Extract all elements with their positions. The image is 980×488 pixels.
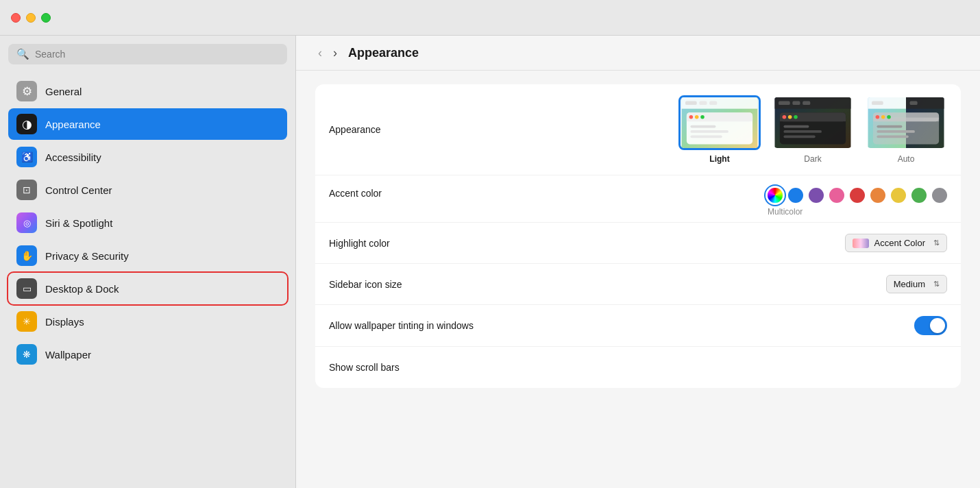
content-header: ‹ › Appearance — [296, 36, 980, 71]
show-scroll-bars-label: Show scroll bars — [329, 362, 535, 373]
accent-selected-label: Multicolor — [768, 207, 803, 217]
sidebar-item-label: Wallpaper — [45, 349, 91, 361]
sidebar-item-displays[interactable]: ✳ Displays — [8, 306, 287, 337]
privacy-icon: ✋ — [16, 245, 37, 266]
back-button[interactable]: ‹ — [315, 45, 325, 60]
svg-point-23 — [788, 115, 792, 119]
accessibility-icon: ♿ — [16, 147, 37, 167]
sidebar-icon-size-control: Medium ⇅ — [535, 275, 947, 293]
accent-colors: Multicolor — [768, 188, 947, 217]
sidebar-item-label: Control Center — [45, 184, 112, 196]
svg-rect-3 — [699, 101, 707, 106]
sidebar-item-accessibility[interactable]: ♿ Accessibility — [8, 141, 287, 173]
appearance-icon: ◑ — [16, 114, 37, 134]
color-yellow[interactable] — [891, 188, 906, 203]
control-center-icon: ⊡ — [16, 180, 37, 200]
appearance-option-light[interactable]: Light — [678, 95, 761, 164]
sidebar-item-privacy[interactable]: ✋ Privacy & Security — [8, 240, 287, 271]
svg-rect-40 — [877, 125, 902, 128]
color-blue[interactable] — [788, 188, 803, 203]
svg-rect-2 — [685, 101, 697, 106]
sidebar-icon-size-value: Medium — [894, 279, 925, 289]
sidebar-item-appearance[interactable]: ◑ Appearance — [8, 108, 287, 140]
highlight-color-control: Accent Color ⇅ — [535, 234, 947, 252]
svg-point-10 — [700, 115, 705, 119]
sidebar-item-wallpaper[interactable]: ❋ Wallpaper — [8, 339, 287, 370]
svg-rect-11 — [690, 125, 715, 128]
svg-point-9 — [695, 115, 699, 119]
siri-icon: ◎ — [16, 212, 37, 233]
color-pink[interactable] — [829, 188, 844, 203]
highlight-value: Accent Color — [874, 238, 925, 248]
sidebar-item-control-center[interactable]: ⊡ Control Center — [8, 174, 287, 206]
highlight-swatch — [853, 239, 869, 248]
settings-card: Appearance — [315, 84, 961, 388]
maximize-button[interactable] — [41, 13, 51, 23]
svg-rect-32 — [872, 101, 883, 106]
highlight-color-row: Highlight color Accent Color ⇅ — [315, 223, 961, 264]
color-multicolor[interactable] — [768, 188, 783, 203]
appearance-thumbnail-auto — [865, 95, 947, 150]
show-scroll-bars-row: Show scroll bars — [315, 347, 961, 388]
color-red[interactable] — [850, 188, 865, 203]
svg-rect-42 — [877, 136, 908, 138]
dropdown-arrow-icon2: ⇅ — [933, 280, 940, 289]
appearance-setting-row: Appearance — [315, 84, 961, 175]
light-label: Light — [709, 154, 729, 164]
appearance-options: Light — [678, 95, 947, 164]
titlebar — [0, 0, 980, 36]
accent-color-control: Multicolor — [535, 188, 947, 217]
color-circles — [768, 188, 947, 203]
svg-rect-33 — [910, 101, 918, 106]
svg-point-8 — [689, 115, 694, 119]
sidebar-item-desktop[interactable]: ▭ Desktop & Dock — [8, 273, 287, 304]
sidebar-item-siri[interactable]: ◎ Siri & Spotlight — [8, 207, 287, 239]
svg-rect-26 — [783, 130, 822, 133]
sidebar-icon-size-dropdown[interactable]: Medium ⇅ — [886, 275, 947, 293]
sidebar-item-general[interactable]: ⚙ General — [8, 75, 287, 107]
minimize-button[interactable] — [26, 13, 36, 23]
svg-rect-12 — [690, 130, 728, 133]
wallpaper-tinting-control — [535, 316, 947, 335]
general-icon: ⚙ — [16, 81, 37, 101]
svg-point-22 — [783, 115, 787, 119]
svg-point-38 — [881, 115, 885, 119]
dark-label: Dark — [804, 154, 821, 164]
appearance-option-dark[interactable]: Dark — [772, 95, 854, 164]
appearance-thumbnail-light — [678, 95, 761, 150]
highlight-color-dropdown[interactable]: Accent Color ⇅ — [845, 234, 947, 252]
appearance-control: Light — [535, 95, 947, 164]
dropdown-arrow-icon: ⇅ — [933, 239, 940, 247]
wallpaper-tinting-label: Allow wallpaper tinting in windows — [329, 320, 535, 331]
highlight-color-label: Highlight color — [329, 238, 535, 249]
svg-point-37 — [876, 115, 880, 119]
search-bar[interactable]: 🔍 — [8, 44, 287, 64]
sidebar-item-label: Appearance — [45, 119, 101, 130]
close-button[interactable] — [11, 13, 21, 23]
color-purple[interactable] — [809, 188, 824, 203]
color-graphite[interactable] — [932, 188, 947, 203]
appearance-label: Appearance — [329, 124, 535, 135]
sidebar-item-label: Displays — [45, 316, 84, 328]
svg-point-39 — [887, 115, 891, 119]
appearance-thumbnail-dark — [772, 95, 854, 150]
color-green[interactable] — [911, 188, 927, 203]
displays-icon: ✳ — [16, 311, 37, 332]
accent-color-label: Accent color — [329, 188, 535, 199]
svg-rect-17 — [792, 101, 800, 106]
search-input[interactable] — [35, 49, 279, 60]
color-orange[interactable] — [870, 188, 885, 203]
sidebar-icon-size-label: Sidebar icon size — [329, 279, 535, 290]
svg-rect-18 — [803, 101, 810, 106]
svg-rect-25 — [783, 125, 809, 128]
wallpaper-tinting-row: Allow wallpaper tinting in windows — [315, 305, 961, 347]
sidebar: 🔍 ⚙ General ◑ Appearance ♿ Accessibility… — [0, 36, 296, 488]
appearance-option-auto[interactable]: Auto — [865, 95, 947, 164]
svg-point-24 — [794, 115, 798, 119]
wallpaper-tinting-toggle[interactable] — [914, 316, 947, 335]
forward-button[interactable]: › — [330, 45, 340, 60]
sidebar-item-label: Privacy & Security — [45, 250, 129, 262]
auto-label: Auto — [898, 154, 915, 164]
desktop-icon: ▭ — [16, 278, 37, 299]
svg-rect-13 — [690, 136, 722, 138]
